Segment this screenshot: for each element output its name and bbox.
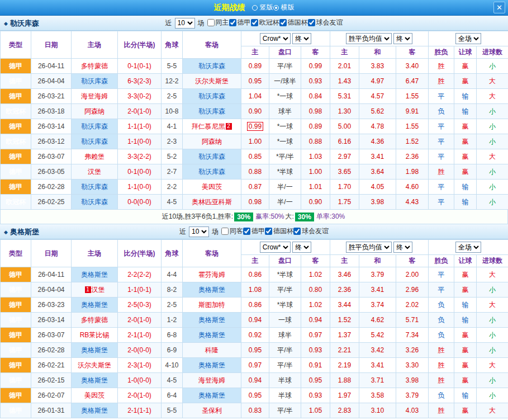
europe-source-select[interactable]: 胜平负均值 (346, 33, 392, 44)
europe-final-select[interactable]: 终 (393, 33, 412, 44)
subcol-europe-away: 客 (396, 255, 429, 267)
rate-badge: 30% (295, 213, 314, 221)
result-wdl: 胜 (429, 358, 454, 373)
checkbox-input[interactable] (243, 228, 250, 235)
league-cell: 德甲 (1, 282, 31, 298)
europe-away-odds: 1.55 (396, 89, 429, 104)
match-count-select[interactable]: 10 (189, 226, 209, 237)
away-team-cell: 海登海姆 (183, 373, 241, 388)
league-cell: 德甲 (1, 358, 31, 373)
europe-draw-odds: 3.79 (359, 267, 396, 282)
corners-cell: 4-1 (162, 119, 183, 134)
filter-checkbox-德国杯[interactable]: 德国杯 (265, 226, 293, 236)
checkbox-label: 同客 (230, 226, 243, 236)
asia-handicap: 一球 (269, 313, 301, 328)
filter-checkbox-德国杯[interactable]: 德国杯 (279, 18, 308, 27)
europe-draw-odds: 3.74 (359, 298, 396, 313)
result-wdl: 胜 (429, 373, 454, 388)
result-goals: 大 (477, 267, 508, 282)
europe-draw-odds: 3.98 (359, 195, 396, 210)
result-handicap: 赢 (454, 403, 477, 418)
away-team-cell: 奥林匹亚科斯 (183, 195, 241, 210)
checkbox-label: 德甲 (238, 18, 251, 27)
match-row: 德甲26-03-07弗赖堡3-3(2-2)5-2勒沃库森0.85*平/半1.03… (1, 149, 508, 164)
orientation-radio-横版[interactable]: 横版 (273, 3, 295, 12)
away-team-cell: 斯图加特 (183, 298, 241, 313)
date-cell: 26-02-28 (31, 343, 72, 358)
asia-handicap: 平/半 (269, 403, 301, 418)
date-cell: 26-04-04 (31, 282, 72, 298)
team-section: ◆ 奥格斯堡 近 10 场 同客德甲德国杯球会友谊 类型 日期 主 (0, 224, 508, 418)
filter-checkbox-同客[interactable]: 同客 (221, 226, 243, 236)
subcol-let-ball: 让球 (454, 46, 477, 59)
match-row: 欧冠杯26-02-25勒沃库森0-0(0-0)4-5奥林匹亚科斯0.98半/一0… (1, 195, 508, 210)
result-wdl: 胜 (429, 403, 454, 418)
match-row: 德甲26-02-21沃尔夫斯堡2-3(1-0)4-10奥格斯堡0.97平/半0.… (1, 358, 508, 373)
radio-icon (252, 5, 258, 11)
close-button[interactable]: ✕ (493, 2, 505, 13)
orientation-radio-竖版[interactable]: 竖版 (252, 3, 273, 12)
europe-draw-odds: 3.42 (359, 343, 396, 358)
europe-odds-header: 胜平负均值 终 (330, 31, 429, 46)
score-cell: 0-0(0-0) (118, 195, 162, 210)
col-away: 客场 (183, 240, 241, 267)
subcol-let-ball: 让球 (454, 255, 477, 267)
asia-handicap: *半球 (269, 267, 301, 282)
away-team-cell: 拜仁慕尼黑2 (183, 119, 241, 134)
home-team-cell: 勒沃库森 (72, 134, 118, 149)
score-cell: 2-3(1-0) (118, 358, 162, 373)
odds-final-select[interactable]: 终 (292, 242, 311, 253)
filter-checkbox-球会友谊[interactable]: 球会友谊 (308, 18, 343, 27)
result-header: 全场 (429, 31, 508, 46)
result-goals: 小 (477, 180, 508, 195)
home-team-cell: 多特蒙德 (72, 59, 118, 74)
away-team-cell: 奥格斯堡 (183, 358, 241, 373)
filter-checkbox-德甲[interactable]: 德甲 (243, 226, 265, 236)
home-team-cell: 1汉堡 (72, 282, 118, 298)
checkbox-input[interactable] (221, 228, 229, 235)
scope-select[interactable]: 全场 (455, 33, 481, 44)
checkbox-input[interactable] (279, 19, 287, 26)
away-team-cell: 勒沃库森 (183, 104, 241, 119)
asia-away-odds: 1.05 (301, 403, 330, 418)
asia-handicap: 半球 (269, 373, 301, 388)
filter-checkbox-德甲[interactable]: 德甲 (229, 18, 251, 27)
checkbox-input[interactable] (207, 19, 215, 26)
rate-badge: 30% (234, 213, 253, 221)
filter-checkbox-球会友谊[interactable]: 球会友谊 (293, 226, 329, 236)
europe-source-select[interactable]: 胜平负均值 (346, 242, 392, 253)
result-handicap: 赢 (454, 373, 477, 388)
europe-final-select[interactable]: 终 (393, 242, 412, 253)
result-wdl: 负 (429, 104, 454, 119)
date-cell: 26-04-11 (31, 59, 72, 74)
asia-away-odds: 0.89 (301, 119, 330, 134)
checkbox-input[interactable] (251, 19, 258, 26)
asia-away-odds: 0.98 (301, 104, 330, 119)
corners-cell: 8-2 (162, 282, 183, 298)
subcol-handicap: 盘口 (269, 46, 301, 59)
europe-draw-odds: 3.10 (359, 403, 396, 418)
asia-away-odds: 1.00 (301, 164, 330, 180)
filter-checkbox-欧冠杯[interactable]: 欧冠杯 (251, 18, 279, 27)
home-team-cell: 美因茨 (72, 388, 118, 403)
asia-home-odds: 1.08 (241, 282, 269, 298)
match-count-select[interactable]: 10 (175, 18, 195, 29)
result-goals: 小 (477, 328, 508, 343)
asia-home-odds: 0.86 (241, 298, 269, 313)
scope-select[interactable]: 全场 (455, 242, 481, 253)
asia-away-odds: 1.02 (301, 298, 330, 313)
result-wdl: 平 (429, 180, 454, 195)
odds-source-select[interactable]: Crow* (260, 242, 291, 253)
filter-checkbox-同主[interactable]: 同主 (207, 18, 229, 27)
checkbox-input[interactable] (308, 19, 315, 26)
odds-final-select[interactable]: 终 (292, 33, 311, 44)
league-cell: 德甲 (1, 403, 31, 418)
col-date: 日期 (31, 31, 72, 59)
odds-source-select[interactable]: Crow* (260, 33, 291, 44)
checkbox-input[interactable] (293, 228, 301, 235)
checkbox-input[interactable] (265, 228, 272, 235)
checkbox-input[interactable] (229, 19, 236, 26)
col-corner: 角球 (162, 240, 183, 267)
europe-home-odds: 1.88 (330, 373, 359, 388)
asia-handicap: 半/一 (269, 180, 301, 195)
